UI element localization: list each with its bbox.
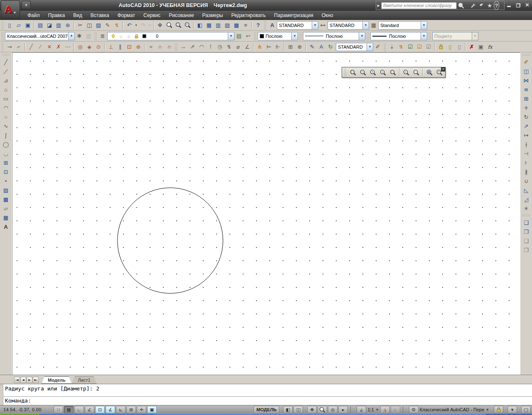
- menu-dimension[interactable]: Размеры: [198, 12, 227, 19]
- trim-icon[interactable]: ∤: [522, 140, 531, 149]
- snap-parallel-icon[interactable]: ∥: [116, 42, 125, 52]
- region-icon[interactable]: ▱: [1, 204, 10, 213]
- dim-radius-icon[interactable]: ◷: [215, 42, 224, 52]
- parameters-manager-icon[interactable]: fx: [485, 42, 495, 52]
- toolbar-grip[interactable]: [1, 32, 4, 40]
- pan-icon[interactable]: ✥: [155, 21, 165, 30]
- toolbar-grip[interactable]: [384, 43, 386, 51]
- offset-icon[interactable]: ≋: [522, 85, 531, 94]
- snap-node-icon[interactable]: ⊚: [134, 42, 143, 52]
- erase-icon[interactable]: ✐: [522, 57, 531, 67]
- toolbar-grip[interactable]: [1, 21, 4, 30]
- open-icon[interactable]: ▱: [14, 21, 23, 30]
- osnap-toggle[interactable]: ⊡: [95, 406, 105, 413]
- workspace-switch-label[interactable]: Классический AutoCAD - Пере: [420, 407, 484, 412]
- infocenter-search-input[interactable]: [381, 2, 457, 9]
- insert-block-icon[interactable]: ⊞: [1, 158, 10, 167]
- spline-icon[interactable]: ∫: [1, 131, 10, 140]
- last-tab-icon[interactable]: ▶|: [33, 377, 39, 383]
- scale-icon[interactable]: ⇗: [522, 121, 531, 131]
- ellipse-icon[interactable]: ◯: [1, 140, 10, 149]
- drawing-canvas[interactable]: □◇×+▢+−▣✳ x: [12, 52, 520, 375]
- lineweight-combo[interactable]: Послою▼: [370, 32, 427, 40]
- chevron-down-icon[interactable]: ▼: [486, 408, 489, 412]
- explode-icon[interactable]: ✳: [522, 204, 531, 213]
- snap-none-icon[interactable]: ∩: [155, 42, 165, 52]
- geometric-constraint-icon[interactable]: ☑: [406, 42, 415, 52]
- minimize-button[interactable]: [506, 2, 512, 7]
- rotate-icon[interactable]: ↻: [522, 112, 531, 121]
- snap-quadrant-icon[interactable]: ◈: [85, 42, 94, 52]
- dim-edit-icon[interactable]: ✎: [308, 42, 317, 52]
- break-icon[interactable]: ∦: [522, 167, 531, 176]
- arc-icon[interactable]: ◠: [1, 103, 10, 112]
- text-style-icon[interactable]: A: [268, 21, 277, 30]
- quick-dimension-icon[interactable]: ⋔: [255, 42, 264, 52]
- send-under-objects-icon[interactable]: ❒: [522, 245, 531, 254]
- show-constraints-icon[interactable]: ☑: [415, 42, 424, 52]
- layer-color-swatch[interactable]: [140, 32, 148, 40]
- bring-above-objects-icon[interactable]: ❑: [522, 236, 531, 245]
- zoom-center-icon[interactable]: +: [378, 68, 388, 77]
- chevron-down-icon[interactable]: ▼: [291, 32, 298, 40]
- lwt-toggle[interactable]: ✛: [137, 406, 146, 413]
- fillet-icon[interactable]: ◿: [522, 195, 531, 204]
- join-icon[interactable]: ∪: [522, 176, 531, 185]
- toolbar-grip[interactable]: [264, 21, 266, 30]
- favorites-icon[interactable]: ★: [485, 1, 494, 10]
- polygon-icon[interactable]: ⌂: [1, 85, 10, 94]
- quickcalc-icon[interactable]: ≡: [241, 21, 250, 30]
- undo-caret-icon[interactable]: ▾: [134, 21, 138, 30]
- otrack-toggle[interactable]: ∡: [106, 406, 115, 413]
- auto-constrain-icon[interactable]: ↯: [397, 42, 406, 52]
- tool-palettes-icon[interactable]: ▥: [214, 21, 223, 30]
- break-at-point-icon[interactable]: ⊦: [522, 158, 531, 167]
- show-motion-icon[interactable]: ▸: [338, 406, 348, 413]
- workspace-gear-icon[interactable]: ❂: [409, 406, 419, 413]
- search-caret-icon[interactable]: ▾: [465, 1, 469, 10]
- snap-nearest-icon[interactable]: ≈: [146, 42, 155, 52]
- menu-modify[interactable]: Редактировать: [227, 12, 270, 19]
- menu-format[interactable]: Формат: [113, 12, 139, 19]
- layer-states-manager-icon[interactable]: ▤: [234, 32, 244, 41]
- copy-icon[interactable]: ◫: [85, 21, 94, 30]
- infer-constraints-icon[interactable]: ⇣: [387, 42, 397, 52]
- center-mark-icon[interactable]: ⊕: [295, 42, 304, 52]
- move-icon[interactable]: ✛: [522, 103, 531, 112]
- ellipse-arc-icon[interactable]: ◡: [1, 149, 10, 158]
- dimension-style-combo[interactable]: STANDARD▼: [336, 43, 373, 51]
- command-window-grip[interactable]: [0, 384, 3, 405]
- line-icon[interactable]: ╱: [1, 57, 10, 67]
- bring-to-front-icon[interactable]: ❑: [522, 218, 531, 227]
- circle-entity[interactable]: [117, 188, 223, 294]
- show-dynamic-constraints-icon[interactable]: ▯: [455, 42, 464, 52]
- toolbar-grip[interactable]: [522, 214, 530, 217]
- dyn-toggle[interactable]: ⊞: [126, 406, 136, 413]
- help-caret-icon[interactable]: ▾: [499, 1, 503, 10]
- send-to-back-icon[interactable]: ❒: [522, 227, 531, 236]
- construction-line-icon[interactable]: ／: [1, 67, 10, 76]
- toolbar-grip[interactable]: [254, 32, 256, 40]
- toolbar-grip[interactable]: [367, 32, 369, 40]
- chevron-down-icon[interactable]: ▼: [228, 32, 234, 40]
- command-prompt-line[interactable]: Команда:: [3, 397, 532, 405]
- menu-parametric[interactable]: Параметризация: [270, 12, 317, 19]
- snap-toggle[interactable]: ∷: [54, 406, 63, 413]
- menu-draw[interactable]: Рисование: [165, 12, 198, 19]
- text-style-combo[interactable]: STANDARD▼: [277, 21, 318, 30]
- paste-icon[interactable]: ▨: [94, 21, 103, 30]
- publish-icon[interactable]: ▥: [54, 21, 63, 30]
- quick-properties-toggle[interactable]: ▣: [147, 406, 157, 413]
- plot-icon[interactable]: ▤: [36, 21, 45, 30]
- menu-insert[interactable]: Вставка: [86, 12, 113, 19]
- extend-icon[interactable]: ⊣: [522, 149, 531, 158]
- zoom-in-icon[interactable]: +: [401, 68, 411, 77]
- match-cell-icon[interactable]: ↯: [112, 21, 121, 30]
- table-style-combo[interactable]: Standard▼: [378, 21, 427, 30]
- array-icon[interactable]: ⊞: [522, 94, 531, 103]
- sheetset-manager-icon[interactable]: ▧: [223, 21, 232, 30]
- gradient-icon[interactable]: ▩: [1, 195, 10, 204]
- chevron-down-icon[interactable]: ▼: [359, 32, 365, 40]
- rectangle-icon[interactable]: ▭: [1, 94, 10, 103]
- toolbar-grip[interactable]: [299, 32, 302, 40]
